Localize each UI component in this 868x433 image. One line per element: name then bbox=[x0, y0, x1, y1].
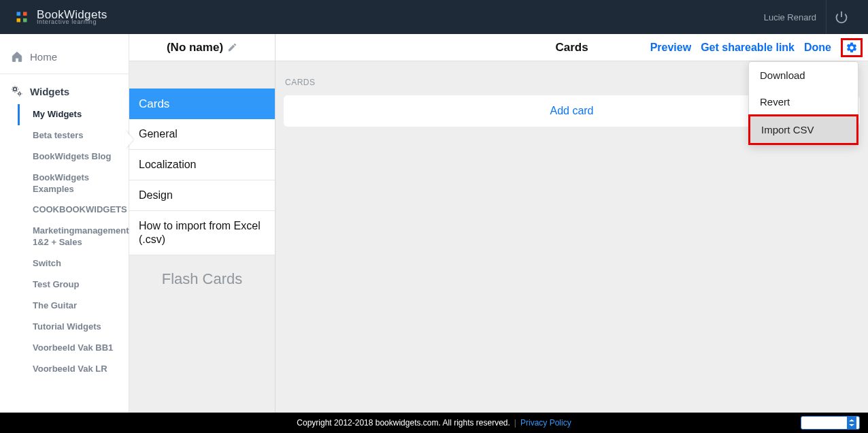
nav-sub-list: My Widgets Beta testers BookWidgets Blog… bbox=[0, 104, 129, 379]
add-card-link[interactable]: Add card bbox=[550, 105, 593, 116]
shareable-link[interactable]: Get shareable link bbox=[701, 42, 795, 54]
power-icon bbox=[835, 10, 848, 24]
nav-widgets-label: Widgets bbox=[30, 86, 69, 97]
sidebar-item-test-group[interactable]: Test Group bbox=[26, 274, 129, 295]
home-icon bbox=[11, 50, 23, 63]
privacy-link[interactable]: Privacy Policy bbox=[520, 418, 571, 428]
sidebar-item-voorbeeld-bb1[interactable]: Voorbeeld Vak BB1 bbox=[26, 338, 129, 359]
content-area: Cards Preview Get shareable link Done CA… bbox=[276, 34, 868, 413]
left-sidebar: Home Widgets My Widgets Beta testers Boo… bbox=[0, 34, 129, 413]
menu-download[interactable]: Download bbox=[749, 62, 858, 89]
gear-button[interactable] bbox=[841, 38, 863, 57]
sidebar-item-marketing[interactable]: Marketingmanagement 1&2 + Sales bbox=[26, 221, 129, 253]
tab-import-csv[interactable]: How to import from Excel (.csv) bbox=[129, 211, 275, 255]
sidebar-item-my-widgets[interactable]: My Widgets bbox=[18, 104, 129, 125]
tab-panel: (No name) Cards General Localization Des… bbox=[129, 34, 276, 413]
gears-icon bbox=[11, 85, 23, 97]
nav-home[interactable]: Home bbox=[0, 44, 129, 69]
separator bbox=[0, 74, 129, 74]
dropdown-caret-icon bbox=[847, 417, 856, 429]
brand-tagline: Interactive learning bbox=[37, 19, 107, 25]
sidebar-item-examples[interactable]: BookWidgets Examples bbox=[26, 167, 129, 200]
language-selector[interactable]: English bbox=[801, 416, 860, 430]
sidebar-item-beta-testers[interactable]: Beta testers bbox=[26, 125, 129, 146]
sidebar-item-switch[interactable]: Switch bbox=[26, 253, 129, 274]
svg-point-7 bbox=[18, 93, 20, 95]
pencil-icon[interactable] bbox=[227, 42, 237, 52]
menu-import-csv[interactable]: Import CSV bbox=[748, 114, 858, 145]
content-header: Cards Preview Get shareable link Done bbox=[276, 34, 868, 61]
content-actions: Preview Get shareable link Done bbox=[650, 34, 863, 61]
user-name[interactable]: Lucie Renard bbox=[764, 12, 816, 22]
logout-button[interactable] bbox=[826, 0, 856, 34]
preview-link[interactable]: Preview bbox=[650, 42, 691, 54]
nav-home-label: Home bbox=[30, 51, 57, 63]
separator: | bbox=[514, 418, 516, 428]
language-label: English bbox=[804, 418, 831, 428]
widget-title-bar: (No name) bbox=[129, 34, 275, 61]
done-link[interactable]: Done bbox=[804, 42, 831, 54]
widget-title: (No name) bbox=[167, 41, 223, 54]
gear-icon bbox=[846, 42, 858, 54]
tab-cards[interactable]: Cards bbox=[129, 89, 275, 119]
tab-localization[interactable]: Localization bbox=[129, 150, 275, 180]
widget-type-label: Flash Cards bbox=[129, 255, 275, 303]
menu-revert[interactable]: Revert bbox=[749, 89, 858, 115]
sidebar-item-cookbook[interactable]: COOKBOOKWIDGETS bbox=[26, 199, 129, 221]
sidebar-item-tutorial[interactable]: Tutorial Widgets bbox=[26, 317, 129, 338]
sidebar-item-guitar[interactable]: The Guitar bbox=[26, 295, 129, 317]
logo-icon bbox=[12, 7, 31, 27]
nav-widgets-header[interactable]: Widgets bbox=[0, 78, 129, 104]
tab-general[interactable]: General bbox=[129, 119, 275, 150]
footer-copyright: Copyright 2012-2018 bookwidgets.com. All… bbox=[297, 418, 510, 428]
tab-design[interactable]: Design bbox=[129, 180, 275, 211]
config-tabs: Cards General Localization Design How to… bbox=[129, 89, 275, 255]
arrow-notch bbox=[125, 130, 133, 149]
gear-dropdown: Download Revert Import CSV bbox=[748, 61, 858, 145]
svg-point-6 bbox=[14, 88, 17, 91]
footer: Copyright 2012-2018 bookwidgets.com. All… bbox=[0, 413, 868, 433]
content-title: Cards bbox=[555, 41, 588, 54]
brand-logo[interactable]: BookWidgets Interactive learning bbox=[12, 7, 107, 27]
app-header: BookWidgets Interactive learning Lucie R… bbox=[0, 0, 868, 34]
sidebar-item-blog[interactable]: BookWidgets Blog bbox=[26, 146, 129, 167]
sidebar-item-voorbeeld-lr[interactable]: Voorbeeld Vak LR bbox=[26, 359, 129, 380]
